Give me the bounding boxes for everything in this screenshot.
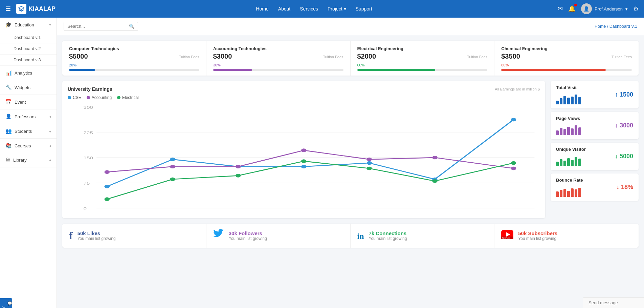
social-card-1: 30k Followers You main list growing (206, 224, 351, 248)
svg-text:You: You (502, 237, 506, 239)
stats-row: Computer Technologies $5000 Tuition Fees… (62, 41, 639, 76)
education-arrow: ▾ (49, 23, 51, 27)
social-icon-3: YouTube (501, 230, 513, 241)
right-panel: Total Visit ↑ 1500 Page Views ↓ 3000 U (551, 81, 639, 218)
svg-text:75: 75 (84, 181, 90, 186)
legend-item: CSE (68, 95, 81, 100)
svg-point-24 (170, 165, 175, 168)
topbar: 🔍 Home / Dashboard V.1 (57, 18, 644, 35)
breadcrumb: Home / Dashboard V.1 (595, 24, 637, 29)
library-arrow: ◂ (49, 158, 51, 162)
svg-point-19 (301, 165, 307, 168)
chat-widget[interactable]: 💬 咨 询 客 服 (0, 298, 12, 308)
chart-title: University Earnings (68, 86, 112, 92)
metric-card: Bounce Rate ↓ 18% (551, 173, 639, 201)
svg-text:225: 225 (84, 130, 93, 135)
svg-text:150: 150 (84, 156, 93, 160)
search-icon[interactable]: 🔍 (129, 24, 134, 29)
analytics-icon: 📊 (5, 70, 12, 76)
main-layout: 🎓 Education ▾ Dashboard v.1 Dashboard v.… (0, 18, 644, 308)
nav-project[interactable]: Project ▾ (328, 6, 346, 12)
main-content: 🔍 Home / Dashboard V.1 Computer Technolo… (57, 18, 644, 308)
event-icon: 📅 (5, 99, 12, 105)
sidebar-item-library[interactable]: 🏛 Library ◂ (0, 153, 57, 167)
svg-point-25 (236, 165, 241, 168)
stat-card: Accounting Technologies $3000 Tuition Fe… (206, 41, 351, 76)
courses-icon: 📚 (5, 143, 12, 149)
nav-home[interactable]: Home (256, 6, 268, 12)
social-card-0: f 50k Likes You main list growing (62, 224, 206, 248)
legend-item: Accounting (87, 95, 112, 100)
nav-right: ✉ 🔔 👤 Prof.Anderson ▾ ⚙ (558, 3, 639, 14)
courses-arrow: ◂ (49, 144, 51, 148)
search-input[interactable] (67, 24, 127, 29)
send-message-button[interactable]: Send message (583, 297, 644, 308)
social-row: f 50k Likes You main list growing 30k Fo… (62, 224, 639, 248)
professors-icon: 👤 (5, 114, 12, 120)
nav-support[interactable]: Support (356, 6, 372, 12)
svg-point-30 (105, 197, 110, 201)
svg-text:Tube: Tube (506, 237, 510, 239)
svg-point-32 (236, 174, 241, 178)
svg-point-36 (511, 161, 516, 165)
sidebar-item-courses[interactable]: 📚 Courses ◂ (0, 139, 57, 153)
breadcrumb-current: Dashboard V.1 (609, 24, 637, 29)
sidebar-item-professors[interactable]: 👤 Professors ◂ (0, 109, 57, 124)
sidebar-item-students[interactable]: 👥 Students ◂ (0, 124, 57, 139)
svg-point-28 (432, 156, 438, 160)
svg-text:0: 0 (84, 206, 87, 211)
students-arrow: ◂ (49, 129, 51, 134)
notification-icon[interactable]: 🔔 (568, 5, 576, 13)
professors-arrow: ◂ (49, 115, 51, 119)
svg-point-29 (511, 167, 516, 170)
chart-subtitle: All Earnings are in million $ (495, 87, 540, 91)
svg-point-20 (367, 161, 372, 165)
user-profile[interactable]: 👤 Prof.Anderson ▾ (581, 3, 628, 14)
chart-legend: CSE Accounting Electrical (68, 95, 540, 100)
user-dropdown-arrow: ▾ (625, 6, 628, 12)
sidebar-item-event[interactable]: 📅 Event (0, 95, 57, 109)
breadcrumb-home[interactable]: Home (595, 24, 606, 29)
social-icon-2: in (357, 230, 364, 241)
widgets-icon: 🔧 (5, 84, 12, 90)
social-card-3: YouTube 50k Subscribers You main list gr… (494, 224, 639, 248)
metric-card: Total Visit ↑ 1500 (551, 81, 639, 108)
education-icon: 🎓 (5, 22, 12, 28)
sidebar-item-dashboard-v2[interactable]: Dashboard v.2 (0, 43, 57, 55)
search-box[interactable]: 🔍 (64, 22, 138, 31)
svg-point-23 (105, 170, 110, 174)
svg-point-17 (170, 158, 175, 161)
students-icon: 👥 (5, 128, 12, 134)
stat-card: Computer Technologies $5000 Tuition Fees… (62, 41, 206, 76)
social-card-2: in 7k Connections You main list growing (351, 224, 495, 248)
panels-row: University Earnings All Earnings are in … (62, 81, 639, 218)
svg-point-35 (432, 179, 438, 183)
nav-services[interactable]: Services (300, 6, 318, 12)
mail-icon[interactable]: ✉ (558, 5, 563, 13)
svg-point-33 (301, 159, 307, 163)
chart-header: University Earnings All Earnings are in … (68, 86, 540, 92)
svg-point-16 (105, 185, 110, 188)
username: Prof.Anderson (595, 6, 623, 12)
library-icon: 🏛 (5, 157, 10, 163)
nav-links: Home About Services Project ▾ Support (70, 6, 558, 12)
earnings-chart: 0 75 150 225 300 2010 2011 2012 2013 201… (68, 103, 540, 212)
hamburger-icon[interactable]: ☰ (5, 5, 11, 13)
sidebar-item-education[interactable]: 🎓 Education ▾ (0, 18, 57, 32)
sidebar-item-analytics[interactable]: 📊 Analytics (0, 66, 57, 80)
sidebar-item-widgets[interactable]: 🔧 Widgets (0, 80, 57, 95)
svg-point-34 (367, 167, 372, 170)
sidebar-item-dashboard-v1[interactable]: Dashboard v.1 (0, 32, 57, 43)
stat-card: Chemical Engineering $3500 Tuition Fees … (494, 41, 639, 76)
svg-point-27 (367, 158, 372, 161)
top-navigation: ☰ KIAALAP Home About Services Project ▾ … (0, 0, 644, 18)
logo[interactable]: KIAALAP (16, 4, 70, 14)
settings-icon[interactable]: ⚙ (633, 5, 639, 13)
social-icon-1 (213, 229, 224, 242)
logo-icon (16, 4, 26, 14)
social-icon-0: f (69, 229, 73, 242)
nav-about[interactable]: About (278, 6, 291, 12)
svg-point-31 (170, 178, 175, 181)
svg-point-26 (301, 148, 307, 152)
sidebar-item-dashboard-v3[interactable]: Dashboard v.3 (0, 55, 57, 66)
